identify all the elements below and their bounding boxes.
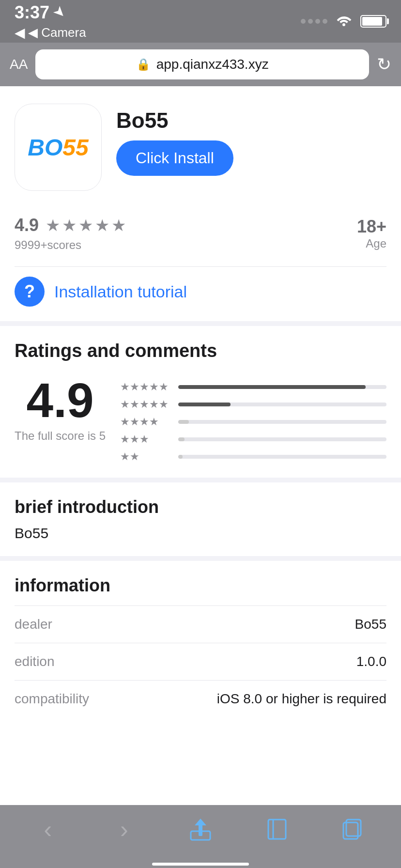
tabs-icon — [342, 819, 364, 840]
ratings-section-title: Ratings and comments — [15, 341, 386, 361]
svg-rect-3 — [268, 820, 286, 839]
camera-label: ◀ Camera — [28, 25, 86, 40]
dealer-value: Bo55 — [355, 617, 386, 632]
tutorial-row[interactable]: ? Installation tutorial — [0, 267, 401, 321]
bar-track-3 — [178, 420, 386, 424]
text-size-button[interactable]: AA — [10, 57, 28, 72]
information-section: information dealer Bo55 edition 1.0.0 co… — [0, 561, 401, 722]
address-bar: AA 🔒 app.qianxz433.xyz ↻ — [0, 43, 401, 86]
share-icon — [190, 818, 211, 841]
bar-track-4 — [178, 403, 386, 406]
bar-row-1: ★★ — [120, 450, 386, 463]
dealer-label: dealer — [15, 617, 52, 632]
edition-label: edition — [15, 654, 55, 669]
bar-track-5 — [178, 385, 386, 389]
rating-bars: ★★★★★ ★★★★★ ★★★★ — [120, 376, 386, 463]
bar-row-3: ★★★★ — [120, 416, 386, 428]
tutorial-link[interactable]: Installation tutorial — [54, 282, 187, 301]
status-bar-right — [301, 13, 386, 30]
bookmarks-icon — [266, 818, 288, 841]
install-button[interactable]: Click Install — [116, 140, 233, 176]
bar-row-4: ★★★★★ — [120, 398, 386, 411]
tabs-button[interactable] — [334, 812, 372, 846]
brief-text: Bo55 — [15, 525, 386, 542]
bookmarks-button[interactable] — [258, 812, 296, 846]
age-label: Age — [357, 237, 386, 250]
back-button[interactable]: ‹ — [29, 812, 67, 846]
app-header: BO55 Bo55 Click Install — [0, 86, 401, 205]
app-icon: BO55 — [15, 104, 102, 191]
info-row-compatibility: compatibility iOS 8.0 or higher is requi… — [15, 680, 386, 717]
help-circle-icon: ? — [15, 277, 45, 307]
bar-track-1 — [178, 455, 386, 459]
svg-marker-1 — [195, 819, 206, 825]
svg-rect-0 — [199, 824, 202, 836]
info-row-dealer: dealer Bo55 — [15, 605, 386, 643]
section-divider-2 — [0, 478, 401, 482]
bar-row-2: ★★★ — [120, 433, 386, 446]
status-bar: 3:37 ➤ ◀ ◀ Camera — [0, 0, 401, 43]
age-number: 18+ — [357, 217, 386, 237]
camera-back-button[interactable]: ◀ ◀ Camera — [15, 25, 86, 41]
brief-title: brief introduction — [15, 497, 386, 517]
app-info: Bo55 Click Install — [116, 104, 386, 176]
info-row-edition: edition 1.0.0 — [15, 643, 386, 680]
battery-icon — [360, 15, 386, 28]
ratings-section: Ratings and comments 4.9 The full score … — [0, 326, 401, 478]
full-score-text: The full score is 5 — [15, 428, 106, 443]
back-icon: ‹ — [44, 815, 52, 843]
status-bar-left: 3:37 ➤ ◀ ◀ Camera — [15, 2, 86, 41]
compatibility-value: iOS 8.0 or higher is required — [217, 691, 386, 707]
section-divider-1 — [0, 321, 401, 326]
brief-section: brief introduction Bo55 — [0, 482, 401, 556]
ratings-content: 4.9 The full score is 5 ★★★★★ ★★★★★ — [15, 376, 386, 463]
forward-button[interactable]: › — [105, 812, 143, 846]
rating-row: 4.9 ★ ★ ★ ★ ★ 9999+scores 18+ Age — [0, 205, 401, 266]
edition-value: 1.0.0 — [356, 654, 386, 669]
main-content: BO55 Bo55 Click Install 4.9 ★ ★ ★ ★ ★ 99… — [0, 86, 401, 805]
stars-display: ★ ★ ★ ★ ★ — [46, 216, 126, 235]
compatibility-label: compatibility — [15, 691, 89, 707]
refresh-button[interactable]: ↻ — [377, 54, 391, 75]
rating-left: 4.9 ★ ★ ★ ★ ★ 9999+scores — [15, 215, 126, 252]
app-icon-logo: BO55 — [28, 134, 88, 161]
bar-row-5: ★★★★★ — [120, 381, 386, 393]
rating-number: 4.9 — [15, 215, 39, 235]
big-rating: 4.9 The full score is 5 — [15, 376, 106, 443]
location-arrow-icon: ➤ — [50, 3, 68, 21]
home-bar — [152, 863, 249, 866]
home-indicator — [0, 863, 401, 868]
big-rating-number: 4.9 — [27, 376, 94, 424]
wifi-icon — [335, 13, 353, 30]
app-name: Bo55 — [116, 108, 386, 133]
signal-icon — [301, 19, 327, 24]
section-divider-3 — [0, 556, 401, 561]
bar-track-2 — [178, 437, 386, 441]
url-input[interactable]: 🔒 app.qianxz433.xyz — [35, 49, 369, 79]
url-text: app.qianxz433.xyz — [156, 57, 269, 72]
rating-count: 9999+scores — [15, 238, 126, 252]
bottom-toolbar: ‹ › — [0, 805, 401, 863]
time-display: 3:37 — [15, 2, 49, 23]
share-button[interactable] — [181, 812, 220, 846]
lock-icon: 🔒 — [136, 58, 151, 71]
age-block: 18+ Age — [357, 217, 386, 250]
forward-icon: › — [120, 815, 128, 843]
status-time: 3:37 ➤ — [15, 2, 86, 23]
information-title: information — [15, 575, 386, 596]
